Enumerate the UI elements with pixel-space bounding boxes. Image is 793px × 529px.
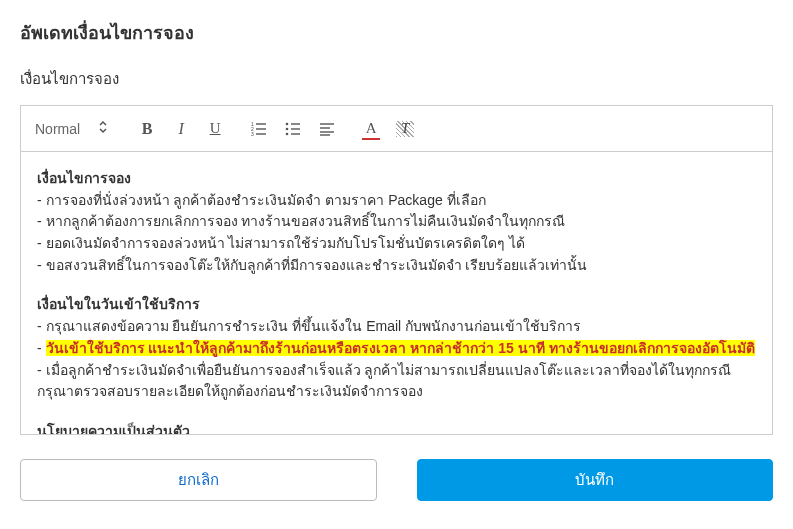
list-group: 1 2 3 [248, 118, 338, 140]
content-line: - การจองที่นั่งล่วงหน้า ลูกค้าต้องชำระเง… [37, 190, 756, 212]
content-line: - หากลูกค้าต้องการยกเลิกการจอง ทางร้านขอ… [37, 211, 756, 233]
content-line: - ขอสงวนสิทธิ์ในการจองโต๊ะให้กับลูกค้าที… [37, 255, 756, 277]
content-line: - กรุณาแสดงข้อความ ยืนยันการชำระเงิน ที่… [37, 316, 756, 338]
svg-point-7 [286, 127, 289, 130]
color-group: A T [360, 118, 416, 140]
content-line: - ยอดเงินมัดจำการจองล่วงหน้า ไม่สามารถใช… [37, 233, 756, 255]
svg-point-6 [286, 122, 289, 125]
format-select[interactable]: Normal [35, 120, 108, 137]
unordered-list-button[interactable] [282, 118, 304, 140]
svg-point-8 [286, 132, 289, 135]
footer-actions: ยกเลิก บันทึก [20, 459, 773, 501]
format-select-value: Normal [35, 121, 80, 137]
editor-toolbar: Normal B I U 1 2 3 [21, 106, 772, 152]
page-title: อัพเดทเงื่อนไขการจอง [20, 18, 773, 47]
rich-text-editor: Normal B I U 1 2 3 [20, 105, 773, 435]
chevron-updown-icon [98, 120, 108, 137]
cancel-button[interactable]: ยกเลิก [20, 459, 377, 501]
italic-button[interactable]: I [170, 118, 192, 140]
section-label: เงื่อนไขการจอง [20, 67, 773, 91]
content-heading: เงื่อนไขการจอง [37, 168, 756, 190]
save-button[interactable]: บันทึก [417, 459, 774, 501]
clear-format-button[interactable]: T [394, 118, 416, 140]
content-line: กรุณาตรวจสอบรายละเอียดให้ถูกต้องก่อนชำระ… [37, 381, 756, 403]
svg-text:3: 3 [251, 131, 254, 136]
content-heading: นโยบายความเป็นส่วนตัว [37, 421, 756, 434]
editor-content[interactable]: เงื่อนไขการจอง - การจองที่นั่งล่วงหน้า ล… [21, 152, 772, 434]
content-heading: เงื่อนไขในวันเข้าใช้บริการ [37, 294, 756, 316]
content-line-highlighted: - วันเข้าใช้บริการ แนะนำให้ลูกค้ามาถึงร้… [37, 338, 756, 360]
bold-button[interactable]: B [136, 118, 158, 140]
ordered-list-button[interactable]: 1 2 3 [248, 118, 270, 140]
font-color-button[interactable]: A [360, 118, 382, 140]
content-line: - เมื่อลูกค้าชำระเงินมัดจำเพื่อยืนยันการ… [37, 360, 756, 382]
underline-button[interactable]: U [204, 118, 226, 140]
align-button[interactable] [316, 118, 338, 140]
highlighted-text: วันเข้าใช้บริการ แนะนำให้ลูกค้ามาถึงร้าน… [46, 340, 755, 356]
text-style-group: B I U [136, 118, 226, 140]
